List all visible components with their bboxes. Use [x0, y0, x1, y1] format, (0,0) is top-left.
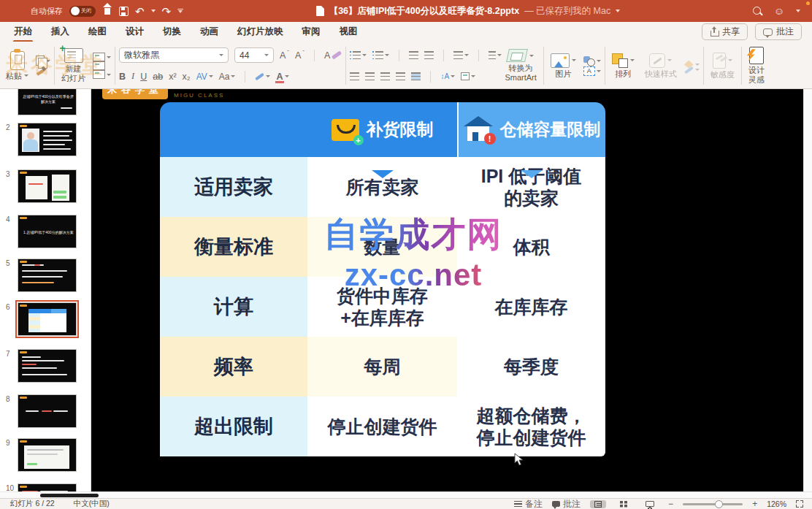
home-icon[interactable] — [102, 7, 112, 15]
slide-thumbnail[interactable] — [18, 259, 77, 292]
status-bar: 幻灯片 6 / 22 中文(中国) 备注 批注 − + 126% — [0, 498, 812, 509]
picture-button[interactable]: 图片 — [548, 52, 579, 80]
superscript-button[interactable]: x² — [169, 72, 176, 82]
tab-animations[interactable]: 动画 — [191, 22, 228, 42]
slide-number: 10 — [0, 483, 18, 491]
vertical-scrollbar[interactable] — [803, 89, 812, 491]
justify-button[interactable] — [396, 72, 405, 80]
underline-button[interactable]: U — [140, 72, 147, 82]
tab-home[interactable]: 开始 — [4, 22, 42, 42]
change-case-button[interactable]: Aa — [219, 72, 236, 82]
align-right-button[interactable] — [380, 72, 390, 80]
tab-slideshow[interactable]: 幻灯片放映 — [228, 22, 293, 42]
slide-section-icon[interactable] — [93, 61, 105, 70]
zoom-slider-knob[interactable] — [715, 500, 723, 508]
undo-chevron-icon[interactable] — [151, 9, 156, 12]
fit-to-window-icon[interactable] — [796, 500, 803, 508]
design-ideas-button[interactable]: 设计 灵感 — [746, 45, 767, 85]
slide-thumbnail[interactable] — [18, 349, 77, 383]
row-label: 计算 — [160, 277, 307, 337]
tab-view[interactable]: 视图 — [330, 22, 367, 42]
columns-button[interactable] — [489, 51, 502, 59]
text-direction-button[interactable]: ↕A — [440, 72, 455, 80]
paste-button[interactable]: 粘贴 — [3, 50, 31, 83]
slide-layout-icon[interactable] — [93, 53, 105, 61]
row-label: 衡量标准 — [160, 217, 307, 277]
grow-font-button[interactable]: Aˆ — [280, 50, 289, 61]
undo-icon[interactable]: ↶ — [135, 6, 145, 17]
new-slide-button[interactable]: 新建 幻灯片 — [58, 47, 88, 84]
slide-thumbnail[interactable] — [18, 438, 77, 472]
horizontal-scrollbar-thumb[interactable] — [40, 494, 99, 497]
subscript-button[interactable]: x₂ — [183, 72, 191, 82]
zoom-level[interactable]: 126% — [767, 500, 786, 508]
convert-to-smartart-button[interactable]: 转换为 SmartArt — [502, 47, 539, 83]
decrease-indent-button[interactable] — [409, 51, 418, 59]
sensitivity-button[interactable]: 敏感度 — [708, 51, 738, 81]
text-box-icon[interactable]: A — [583, 66, 595, 76]
add-remove-columns-button[interactable] — [411, 72, 421, 80]
shrink-font-button[interactable]: Aˇ — [295, 50, 304, 61]
tab-design[interactable]: 设计 — [116, 22, 153, 42]
font-name-combo[interactable]: 微软雅黑 — [119, 47, 229, 63]
align-text-button[interactable] — [461, 72, 475, 80]
font-color-button[interactable]: A — [276, 72, 288, 82]
comments-button[interactable]: 批注 — [755, 23, 802, 40]
share-button[interactable]: 共享 — [702, 23, 748, 40]
align-center-button[interactable] — [365, 72, 375, 80]
line-spacing-button[interactable] — [453, 51, 469, 59]
slide-thumbnail[interactable] — [18, 483, 77, 491]
increase-indent-button[interactable] — [424, 51, 434, 59]
slide-indicator: 幻灯片 6 / 22 — [10, 499, 55, 509]
zoom-slider[interactable] — [683, 503, 743, 505]
slide-reset-icon[interactable] — [93, 70, 105, 79]
quick-styles-button[interactable]: 快速样式 — [642, 52, 680, 80]
slide-thumbnail[interactable] — [18, 169, 77, 203]
slideshow-icon — [646, 501, 654, 507]
autosave-toggle[interactable]: 关闭 — [69, 6, 96, 17]
feedback-smiley-icon[interactable]: ☺ — [774, 5, 784, 17]
save-icon[interactable] — [119, 7, 129, 16]
font-size-combo[interactable]: 44 — [234, 47, 274, 63]
bold-button[interactable]: B — [119, 72, 126, 82]
zoom-out-button[interactable]: − — [668, 499, 673, 509]
slide-sorter-button[interactable] — [616, 500, 632, 508]
highlight-button[interactable] — [255, 75, 270, 78]
clear-formatting-button[interactable]: A — [324, 50, 342, 61]
tab-review[interactable]: 审阅 — [293, 22, 330, 42]
character-spacing-button[interactable]: AV — [196, 72, 213, 82]
slideshow-button[interactable] — [641, 500, 659, 508]
bullets-button[interactable] — [350, 51, 367, 59]
slide-thumbnail[interactable]: 1.店铺IPI低于400分的解决方案 — [18, 215, 77, 248]
zoom-in-button[interactable]: + — [752, 499, 757, 509]
language-indicator[interactable]: 中文(中国) — [74, 499, 110, 509]
document-icon — [316, 6, 324, 16]
format-painter-icon[interactable] — [36, 66, 46, 76]
slide-editor[interactable]: 米谷学堂 MIGU CLASS 补货限制 ! 仓储容量限制 适用卖家 所 — [92, 89, 803, 491]
normal-view-button[interactable] — [590, 500, 606, 508]
numbering-button[interactable] — [372, 51, 389, 59]
slide-thumbnail-panel[interactable]: 店铺IPI低于400分以及旺季备货 解决方案 2 3 4 — [0, 89, 91, 491]
arrange-button[interactable]: 排列 — [609, 52, 637, 80]
italic-button[interactable]: I — [131, 71, 134, 82]
customize-toolbar-icon[interactable] — [177, 9, 183, 14]
slide-thumbnail[interactable] — [18, 123, 77, 156]
document-status[interactable]: — 已保存到我的 Mac — [524, 5, 610, 18]
strikethrough-button[interactable]: ab — [153, 72, 163, 82]
autosave-label: 自动保存 — [31, 6, 63, 17]
statusbar-comments-button[interactable]: 批注 — [552, 498, 581, 509]
tab-draw[interactable]: 绘图 — [79, 22, 116, 42]
copy-icon[interactable] — [36, 56, 45, 66]
slide-thumbnail[interactable] — [18, 394, 77, 428]
tab-insert[interactable]: 插入 — [42, 22, 79, 42]
tab-transitions[interactable]: 切换 — [153, 22, 191, 42]
title-chevron-icon[interactable] — [616, 9, 620, 12]
slide-thumbnail[interactable]: 店铺IPI低于400分以及旺季备货 解决方案 — [18, 89, 77, 115]
align-left-button[interactable] — [350, 72, 359, 80]
notes-button[interactable]: 备注 — [514, 498, 543, 509]
feedback-chevron-icon[interactable] — [796, 9, 800, 12]
shapes-icon[interactable] — [583, 56, 595, 66]
search-icon[interactable] — [753, 7, 762, 16]
redo-icon[interactable]: ↷ — [162, 6, 172, 17]
slide-thumbnail-selected[interactable] — [18, 302, 77, 336]
